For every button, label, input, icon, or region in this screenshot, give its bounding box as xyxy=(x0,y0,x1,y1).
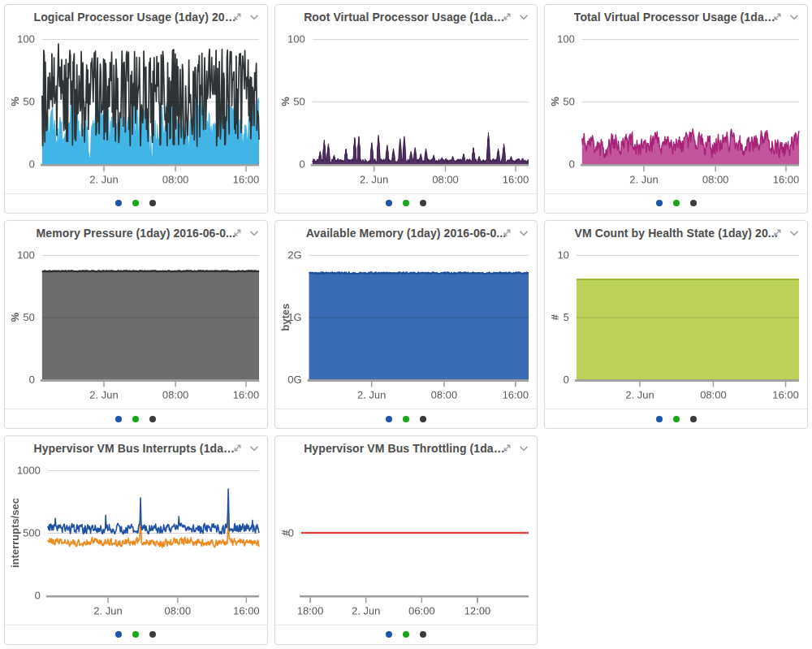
chart-panel: Memory Pressure (1day) 2016-06-0... xyxy=(4,220,268,430)
expand-icon[interactable] xyxy=(772,11,783,23)
expand-icon[interactable] xyxy=(502,227,512,239)
panel-header: Available Memory (1day) 2016-06-0... xyxy=(275,221,538,245)
expand-icon[interactable] xyxy=(502,443,512,454)
chevron-down-icon[interactable] xyxy=(248,11,260,23)
pagination-dot-1[interactable] xyxy=(386,416,392,422)
chart-panel: Logical Processor Usage (1day) 201... xyxy=(4,4,268,214)
panel-title: Hypervisor VM Bus Interrupts (1day)... xyxy=(33,442,238,455)
chevron-down-icon[interactable] xyxy=(248,443,260,454)
chart-panel: Hypervisor VM Bus Throttling (1day... xyxy=(274,435,538,645)
pagination-dot-1[interactable] xyxy=(386,631,392,638)
panel-header: VM Count by Health State (1day) 20... xyxy=(545,221,807,245)
pagination-dot-2[interactable] xyxy=(673,200,680,206)
panel-actions xyxy=(772,11,800,23)
pagination-dot-2[interactable] xyxy=(132,631,139,638)
chevron-down-icon[interactable] xyxy=(518,227,529,239)
pagination-dot-2[interactable] xyxy=(673,416,680,422)
panel-header: Hypervisor VM Bus Interrupts (1day)... xyxy=(5,436,267,461)
pagination-dot-3[interactable] xyxy=(149,631,156,638)
pagination-dot-2[interactable] xyxy=(403,631,409,638)
chart-panel: Total Virtual Processor Usage (1day)... xyxy=(544,4,808,214)
pagination-dots xyxy=(275,193,538,213)
pagination-dot-1[interactable] xyxy=(115,416,122,422)
panel-header: Hypervisor VM Bus Throttling (1day... xyxy=(275,436,538,461)
expand-icon[interactable] xyxy=(232,227,243,239)
chart-panel: Hypervisor VM Bus Interrupts (1day)... xyxy=(4,435,268,645)
panel-header: Memory Pressure (1day) 2016-06-0... xyxy=(5,221,267,245)
chart-canvas xyxy=(275,245,538,409)
pagination-dot-3[interactable] xyxy=(690,416,697,422)
panel-actions xyxy=(232,227,260,239)
pagination-dot-3[interactable] xyxy=(149,416,156,422)
pagination-dots xyxy=(545,409,807,428)
pagination-dot-3[interactable] xyxy=(149,200,156,206)
panel-actions xyxy=(502,443,529,454)
expand-icon[interactable] xyxy=(232,11,243,23)
chevron-down-icon[interactable] xyxy=(518,443,529,454)
chevron-down-icon[interactable] xyxy=(788,227,800,239)
expand-icon[interactable] xyxy=(502,11,512,23)
pagination-dot-1[interactable] xyxy=(115,200,122,206)
expand-icon[interactable] xyxy=(232,443,243,454)
pagination-dot-2[interactable] xyxy=(403,416,409,422)
chart-canvas xyxy=(545,29,807,193)
pagination-dots xyxy=(5,193,267,213)
pagination-dots xyxy=(5,625,267,644)
chart-canvas xyxy=(275,461,538,625)
pagination-dot-1[interactable] xyxy=(656,416,663,422)
chart-panel: Available Memory (1day) 2016-06-0... xyxy=(274,220,538,430)
panel-actions xyxy=(232,11,260,23)
pagination-dots xyxy=(5,409,267,428)
pagination-dot-3[interactable] xyxy=(420,200,426,206)
panel-title: Logical Processor Usage (1day) 201... xyxy=(33,11,238,24)
chevron-down-icon[interactable] xyxy=(788,11,800,23)
pagination-dots xyxy=(275,409,538,428)
panel-title: Memory Pressure (1day) 2016-06-0... xyxy=(37,227,236,240)
pagination-dots xyxy=(275,625,538,644)
panel-title: Total Virtual Processor Usage (1day)... xyxy=(574,11,779,24)
chart-panel: VM Count by Health State (1day) 20... xyxy=(544,220,808,430)
chart-canvas xyxy=(5,461,267,625)
pagination-dot-1[interactable] xyxy=(386,200,392,206)
panel-title: Available Memory (1day) 2016-06-0... xyxy=(306,227,507,240)
pagination-dot-3[interactable] xyxy=(420,416,426,422)
panel-actions xyxy=(502,11,529,23)
pagination-dot-1[interactable] xyxy=(115,631,122,638)
pagination-dot-2[interactable] xyxy=(403,200,409,206)
panel-actions xyxy=(772,227,800,239)
panel-title: Hypervisor VM Bus Throttling (1day... xyxy=(304,442,508,455)
panel-header: Logical Processor Usage (1day) 201... xyxy=(5,5,267,29)
chart-canvas xyxy=(545,245,807,409)
panel-actions xyxy=(502,227,529,239)
panel-header: Root Virtual Processor Usage (1day)... xyxy=(275,5,538,29)
chevron-down-icon[interactable] xyxy=(518,11,529,23)
panel-header: Total Virtual Processor Usage (1day)... xyxy=(545,5,807,29)
panel-title: VM Count by Health State (1day) 20... xyxy=(575,227,778,240)
pagination-dot-3[interactable] xyxy=(690,200,697,206)
dashboard-grid: Logical Processor Usage (1day) 201... Ro… xyxy=(0,0,812,649)
panel-title: Root Virtual Processor Usage (1day)... xyxy=(304,11,508,24)
panel-actions xyxy=(232,443,260,454)
pagination-dots xyxy=(545,193,807,213)
chart-canvas xyxy=(5,245,267,409)
pagination-dot-3[interactable] xyxy=(420,631,426,638)
pagination-dot-2[interactable] xyxy=(132,416,139,422)
expand-icon[interactable] xyxy=(772,227,783,239)
pagination-dot-1[interactable] xyxy=(656,200,663,206)
chevron-down-icon[interactable] xyxy=(248,227,260,239)
pagination-dot-2[interactable] xyxy=(132,200,139,206)
chart-canvas xyxy=(275,29,538,193)
chart-canvas xyxy=(5,29,267,193)
chart-panel: Root Virtual Processor Usage (1day)... xyxy=(274,4,538,214)
